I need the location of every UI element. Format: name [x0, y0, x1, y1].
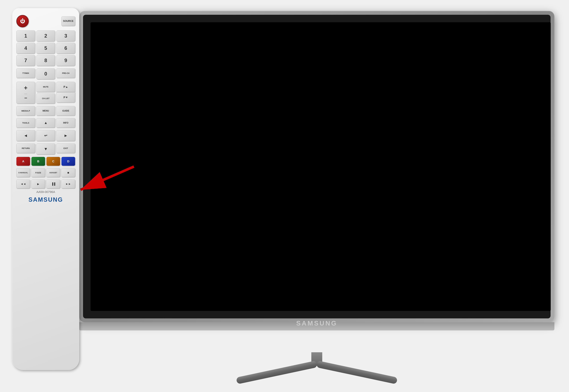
- mute-button[interactable]: MUTE: [36, 82, 55, 92]
- play-button[interactable]: ►: [31, 180, 45, 188]
- return-button[interactable]: RETURN: [16, 143, 35, 153]
- stop-button[interactable]: ■: [61, 168, 75, 177]
- button-1[interactable]: 1: [16, 30, 35, 41]
- button-d[interactable]: D: [61, 157, 75, 166]
- rewind-button[interactable]: ◄◄: [16, 180, 30, 188]
- volume-button[interactable]: + −: [16, 82, 35, 104]
- p-down-button[interactable]: P▼: [56, 92, 75, 102]
- pause-button[interactable]: ▐▐: [46, 180, 60, 188]
- mediap-button[interactable]: MEDIA.P: [16, 106, 35, 116]
- media-menu-row: MEDIA.P MENU GUIDE: [16, 106, 75, 116]
- number-grid: 1 2 3 4 5 6 7 8 9: [16, 30, 75, 66]
- button-4[interactable]: 4: [16, 43, 35, 54]
- button-8[interactable]: 8: [36, 55, 55, 66]
- tv-inner-frame: [83, 15, 551, 318]
- dpad-section: ◄ ↩ ►: [16, 130, 75, 141]
- special-row: TTI/MIX 0 PRE-CH: [16, 69, 75, 79]
- button-9[interactable]: 9: [56, 55, 75, 66]
- vol-plus-icon: +: [24, 84, 28, 91]
- color-row: A B C D: [16, 157, 75, 166]
- tv-brand-label: SAMSUNG: [296, 320, 337, 327]
- scene: SAMSUNG ⏻ SOURCE 1 2 3 4 5 6 7: [0, 0, 569, 392]
- tv-stand-leg-left: [236, 361, 318, 384]
- left-button[interactable]: ◄: [16, 130, 35, 141]
- psize-button[interactable]: P.SIZE: [31, 168, 45, 177]
- button-c[interactable]: C: [46, 157, 60, 166]
- tv-screen: [91, 22, 551, 311]
- button-b[interactable]: B: [31, 157, 45, 166]
- remote-serial: AA59-00796A: [36, 190, 55, 194]
- power-button[interactable]: ⏻: [16, 15, 29, 27]
- tv-outer-frame: [79, 11, 555, 322]
- guide-button[interactable]: GUIDE: [56, 106, 75, 116]
- button-6[interactable]: 6: [56, 43, 75, 54]
- button-a[interactable]: A: [16, 157, 30, 166]
- down-button[interactable]: ▼: [36, 143, 55, 154]
- tv: SAMSUNG: [79, 11, 555, 373]
- tools-button[interactable]: TOOLS: [16, 118, 35, 128]
- exit-button[interactable]: EXIT: [56, 143, 75, 153]
- chlist-button[interactable]: CH LIST: [36, 93, 55, 104]
- remote-top-row: ⏻ SOURCE: [16, 15, 75, 27]
- vol-ch-section: + − MUTE CH LIST P▲ P▼: [16, 82, 75, 104]
- button-7[interactable]: 7: [16, 55, 35, 66]
- info-button[interactable]: INFO: [56, 118, 75, 128]
- button-2[interactable]: 2: [36, 30, 55, 41]
- p-up-button[interactable]: P▲: [56, 82, 75, 92]
- button-3[interactable]: 3: [56, 30, 75, 41]
- return-row: RETURN ▼ EXIT: [16, 143, 75, 154]
- center-col: MUTE CH LIST: [36, 82, 55, 104]
- tv-stand-base: [235, 352, 399, 369]
- remote-brand: SAMSUNG: [28, 196, 63, 203]
- prech-button[interactable]: PRE-CH: [56, 69, 75, 78]
- p-col: P▲ P▼: [56, 82, 75, 104]
- func-row-1: E-MANUAL P.SIZE AD/SUBT ■: [16, 168, 75, 177]
- remote-control: ⏻ SOURCE 1 2 3 4 5 6 7 8 9 TTI/MIX 0 PRE…: [12, 8, 79, 370]
- svg-line-1: [81, 167, 134, 190]
- vol-minus-icon: −: [24, 94, 27, 101]
- playback-row: ◄◄ ► ▐▐ ►►: [16, 180, 75, 188]
- menu-button[interactable]: MENU: [36, 106, 55, 116]
- ok-button[interactable]: ↩: [36, 130, 55, 141]
- tools-row: TOOLS ▲ INFO: [16, 118, 75, 128]
- tti-button[interactable]: TTI/MIX: [16, 69, 35, 78]
- tv-stand-leg-right: [316, 361, 398, 384]
- up-button[interactable]: ▲: [36, 118, 55, 128]
- button-0[interactable]: 0: [36, 69, 55, 79]
- emanual-button[interactable]: E-MANUAL: [16, 168, 30, 177]
- button-5[interactable]: 5: [36, 43, 55, 54]
- adsubt-button[interactable]: AD/SUBT: [46, 168, 60, 177]
- source-button[interactable]: SOURCE: [61, 16, 75, 26]
- right-button[interactable]: ►: [56, 130, 75, 141]
- ffwd-button[interactable]: ►►: [61, 180, 75, 188]
